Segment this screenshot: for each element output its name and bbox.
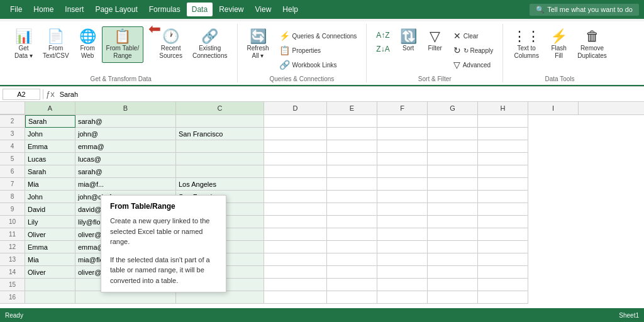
cell[interactable]: [327, 115, 377, 128]
cell[interactable]: [428, 291, 478, 304]
cell[interactable]: [377, 153, 428, 165]
cell[interactable]: Mia: [25, 178, 75, 191]
cell[interactable]: [377, 266, 428, 279]
cell[interactable]: [264, 241, 327, 253]
cell[interactable]: [377, 191, 428, 203]
col-header-b[interactable]: B: [75, 102, 176, 114]
cell[interactable]: [264, 191, 327, 203]
cell[interactable]: [327, 266, 377, 279]
cell[interactable]: Lucas: [25, 153, 75, 165]
cell[interactable]: [428, 203, 478, 216]
sort-az-button[interactable]: A↑Z: [372, 29, 394, 42]
cell[interactable]: [478, 153, 528, 165]
cell[interactable]: [264, 216, 327, 228]
cell[interactable]: [264, 165, 327, 178]
cell[interactable]: [478, 266, 528, 279]
menu-home[interactable]: Home: [28, 3, 58, 16]
cell[interactable]: [377, 241, 428, 253]
cell[interactable]: Lily: [25, 216, 75, 228]
flash-fill-button[interactable]: ⚡ FlashFill: [546, 26, 572, 63]
cell[interactable]: Emma: [25, 140, 75, 153]
cell[interactable]: [428, 165, 478, 178]
cell[interactable]: [327, 128, 377, 140]
clear-button[interactable]: ✕ Clear: [449, 29, 497, 43]
formula-input[interactable]: [57, 89, 641, 99]
cell[interactable]: [264, 228, 327, 241]
filter-button[interactable]: ▽ Filter: [423, 26, 448, 55]
cell[interactable]: sarah@: [75, 115, 176, 128]
cell[interactable]: [478, 140, 528, 153]
cell[interactable]: [428, 153, 478, 165]
cell[interactable]: [264, 203, 327, 216]
cell[interactable]: [327, 140, 377, 153]
queries-connections-button[interactable]: ⚡ Queries & Connections: [275, 29, 362, 43]
cell[interactable]: [478, 291, 528, 304]
cell[interactable]: [478, 216, 528, 228]
cell[interactable]: [327, 203, 377, 216]
cell[interactable]: Oliver: [25, 228, 75, 241]
col-header-c[interactable]: C: [176, 102, 264, 114]
get-data-button[interactable]: 📊 GetData ▾: [10, 26, 37, 63]
menu-review[interactable]: Review: [214, 3, 248, 16]
cell[interactable]: San Francisco: [176, 128, 264, 140]
cell[interactable]: [478, 128, 528, 140]
name-box[interactable]: [3, 89, 40, 100]
text-to-columns-button[interactable]: ⋮⋮ Text toColumns: [508, 26, 545, 63]
cell[interactable]: [428, 140, 478, 153]
cell[interactable]: [478, 178, 528, 191]
cell[interactable]: [176, 115, 264, 128]
cell[interactable]: [176, 153, 264, 165]
existing-connections-button[interactable]: 🔗 ExistingConnections: [188, 26, 232, 63]
cell[interactable]: [327, 228, 377, 241]
col-header-e[interactable]: E: [327, 102, 377, 114]
cell[interactable]: [264, 253, 327, 266]
cell[interactable]: [176, 140, 264, 153]
menu-page-layout[interactable]: Page Layout: [90, 3, 142, 16]
reapply-button[interactable]: ↻ ↻ Reapply: [449, 43, 497, 57]
from-table-button[interactable]: 📋 From Table/Range: [102, 26, 144, 63]
col-header-g[interactable]: G: [428, 102, 478, 114]
cell[interactable]: John: [25, 191, 75, 203]
col-header-a[interactable]: A: [25, 102, 75, 114]
cell[interactable]: [327, 216, 377, 228]
cell[interactable]: [478, 115, 528, 128]
col-header-f[interactable]: F: [377, 102, 428, 114]
cell[interactable]: [327, 253, 377, 266]
cell[interactable]: [176, 291, 264, 304]
properties-button[interactable]: 📋 Properties: [275, 43, 362, 57]
cell[interactable]: Mia: [25, 253, 75, 266]
cell[interactable]: [478, 241, 528, 253]
remove-duplicates-button[interactable]: 🗑 RemoveDuplicates: [573, 26, 611, 63]
from-web-button[interactable]: 🌐 FromWeb: [75, 26, 101, 63]
cell[interactable]: [377, 216, 428, 228]
cell[interactable]: [327, 153, 377, 165]
cell[interactable]: Sarah: [25, 115, 75, 128]
cell[interactable]: [428, 266, 478, 279]
cell[interactable]: mia@f...: [75, 178, 176, 191]
cell[interactable]: [478, 253, 528, 266]
cell[interactable]: [264, 279, 327, 291]
cell[interactable]: Sarah: [25, 165, 75, 178]
cell[interactable]: [377, 228, 428, 241]
cell[interactable]: [264, 291, 327, 304]
cell[interactable]: lucas@: [75, 153, 176, 165]
cell[interactable]: [75, 291, 176, 304]
cell[interactable]: [377, 291, 428, 304]
cell[interactable]: [264, 115, 327, 128]
cell[interactable]: [428, 216, 478, 228]
cell[interactable]: [478, 165, 528, 178]
cell[interactable]: [377, 140, 428, 153]
cell[interactable]: [377, 279, 428, 291]
cell[interactable]: Los Angeles: [176, 178, 264, 191]
menu-view[interactable]: View: [250, 3, 277, 16]
cell[interactable]: [327, 165, 377, 178]
cell[interactable]: [428, 228, 478, 241]
cell[interactable]: [264, 266, 327, 279]
cell[interactable]: [428, 191, 478, 203]
cell[interactable]: [377, 178, 428, 191]
menu-data[interactable]: Data: [187, 3, 213, 16]
cell[interactable]: john@: [75, 128, 176, 140]
cell[interactable]: Oliver: [25, 266, 75, 279]
cell[interactable]: [478, 279, 528, 291]
cell[interactable]: [478, 228, 528, 241]
